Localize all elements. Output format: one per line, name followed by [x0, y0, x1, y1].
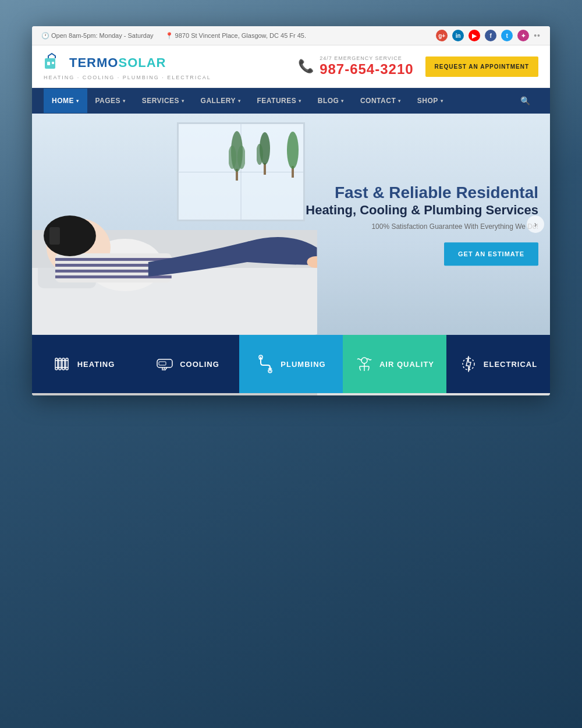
top-bar-left: 🕐 Open 8am-5pm: Monday - Saturday 📍 9870… — [41, 32, 306, 40]
scroll-indicator — [32, 393, 550, 395]
nav-blog[interactable]: BLOG ▾ — [310, 89, 352, 113]
services-arrow-icon: ▾ — [182, 98, 184, 104]
appointment-button[interactable]: REQUEST AN APPOINTMENT — [425, 56, 538, 77]
more-social-icon[interactable]: •• — [534, 31, 541, 40]
contact-arrow-icon: ▾ — [398, 98, 401, 104]
header-right: 📞 24/7 EMERGENCY SERVICE 987-654-3210 RE… — [298, 55, 538, 77]
svg-rect-18 — [55, 258, 172, 261]
svg-rect-25 — [55, 358, 58, 370]
instagram-icon[interactable]: ✦ — [517, 30, 529, 41]
heating-label: HEATING — [77, 360, 115, 369]
logo-row: TERMOSOLAR — [44, 52, 211, 73]
social-icons: g+ in ▶ f t ✦ •• — [436, 30, 541, 41]
hero-title2: Heating, Cooling & Plumbing Services — [306, 203, 538, 218]
nav-contact[interactable]: CONTACT ▾ — [352, 89, 409, 113]
nav-features[interactable]: FEATURES ▾ — [249, 89, 309, 113]
svg-point-38 — [361, 358, 367, 363]
logo-text: TERMOSOLAR — [69, 55, 166, 70]
heating-icon — [53, 355, 72, 373]
electrical-icon — [459, 355, 478, 373]
hero-next-arrow[interactable]: › — [527, 215, 544, 233]
hero-illustration — [32, 114, 317, 335]
nav-services[interactable]: SERVICES ▾ — [134, 89, 193, 113]
hero-section: Fast & Reliable Residental Heating, Cool… — [32, 114, 550, 335]
hero-content: Fast & Reliable Residental Heating, Cool… — [306, 183, 538, 266]
nav-gallery[interactable]: GALLERY ▾ — [193, 89, 249, 113]
estimate-button[interactable]: GET AN ESTIMATE — [444, 242, 538, 266]
linkedin-icon[interactable]: in — [452, 30, 464, 41]
svg-rect-27 — [62, 358, 65, 370]
phone-details: 24/7 EMERGENCY SERVICE 987-654-3210 — [320, 55, 413, 77]
twitter-icon[interactable]: t — [501, 30, 513, 41]
logo-icon — [44, 52, 65, 73]
nav-bar: HOME ▾ PAGES ▾ SERVICES ▾ GALLERY ▾ FEAT… — [32, 88, 550, 114]
emergency-label: 24/7 EMERGENCY SERVICE — [320, 55, 413, 61]
nav-pages[interactable]: PAGES ▾ — [87, 89, 134, 113]
svg-rect-28 — [66, 358, 68, 370]
browser-window: 🕐 Open 8am-5pm: Monday - Saturday 📍 9870… — [32, 26, 550, 395]
search-icon[interactable]: 🔍 — [512, 88, 538, 114]
svg-rect-31 — [157, 359, 172, 367]
scroll-thumb — [32, 393, 317, 395]
svg-rect-32 — [159, 362, 166, 365]
nav-shop[interactable]: SHOP ▾ — [409, 89, 452, 113]
top-bar: 🕐 Open 8am-5pm: Monday - Saturday 📍 9870… — [32, 26, 550, 45]
nav-items: HOME ▾ PAGES ▾ SERVICES ▾ GALLERY ▾ FEAT… — [44, 89, 451, 113]
service-heating[interactable]: HEATING — [32, 335, 136, 393]
address-text: 📍 9870 St Vincent Place, Glasgow, DC 45 … — [165, 32, 306, 40]
hero-subtitle: 100% Satisfaction Guarantee With Everyth… — [306, 222, 538, 231]
cooling-label: COOLING — [180, 360, 219, 369]
facebook-icon[interactable]: f — [485, 30, 496, 41]
hero-title1: Fast & Reliable Residental — [306, 183, 538, 203]
phone-area: 📞 24/7 EMERGENCY SERVICE 987-654-3210 — [298, 55, 413, 77]
youtube-icon[interactable]: ▶ — [469, 30, 480, 41]
phone-icon: 📞 — [298, 59, 314, 74]
air-quality-label: AIR QUALITY — [379, 360, 434, 369]
svg-rect-26 — [59, 358, 61, 370]
air-quality-icon — [355, 355, 374, 373]
gallery-arrow-icon: ▾ — [238, 98, 241, 104]
service-cooling[interactable]: COOLING — [136, 335, 239, 393]
features-arrow-icon: ▾ — [299, 98, 301, 104]
location-icon: 📍 — [165, 32, 173, 39]
plumbing-label: PLUMBING — [281, 360, 325, 369]
home-arrow-icon: ▾ — [76, 98, 79, 104]
svg-rect-24 — [49, 227, 60, 245]
service-electrical[interactable]: ELECTRICAL — [446, 335, 550, 393]
svg-rect-1 — [47, 62, 50, 65]
header: TERMOSOLAR HEATING · COOLING · PLUMBING … — [32, 45, 550, 88]
google-plus-icon[interactable]: g+ — [436, 30, 448, 41]
hours-text: 🕐 Open 8am-5pm: Monday - Saturday — [41, 32, 154, 40]
electrical-label: ELECTRICAL — [484, 360, 537, 369]
logo-tagline: HEATING · COOLING · PLUMBING · ELECTRICA… — [44, 75, 211, 80]
logo-area: TERMOSOLAR HEATING · COOLING · PLUMBING … — [44, 52, 211, 80]
clock-icon: 🕐 — [41, 32, 49, 39]
blog-arrow-icon: ▾ — [341, 98, 344, 104]
phone-number[interactable]: 987-654-3210 — [320, 61, 413, 77]
service-plumbing[interactable]: PLUMBING — [239, 335, 343, 393]
cooling-icon — [155, 355, 174, 373]
svg-rect-2 — [52, 62, 54, 64]
nav-home[interactable]: HOME ▾ — [44, 89, 87, 113]
pages-arrow-icon: ▾ — [123, 98, 126, 104]
shop-arrow-icon: ▾ — [441, 98, 443, 104]
services-bar: HEATING COOLING PLUMBING — [32, 335, 550, 393]
service-air-quality[interactable]: AIR QUALITY — [343, 335, 446, 393]
plumbing-icon — [256, 355, 275, 373]
